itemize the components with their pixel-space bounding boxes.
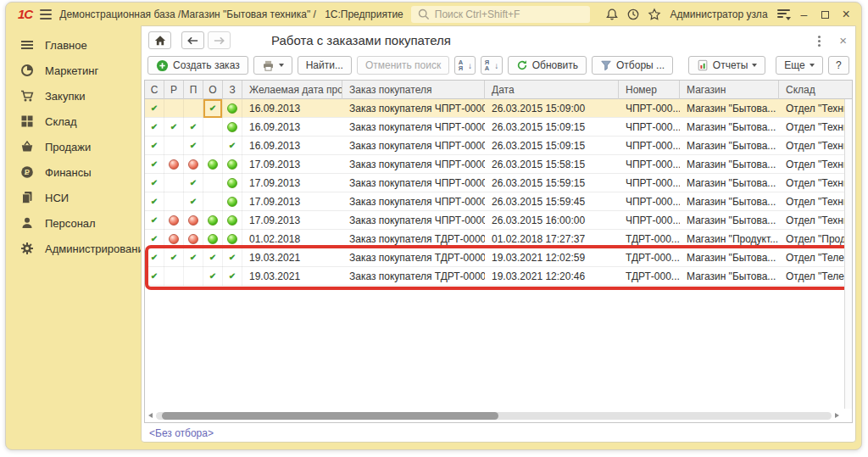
forward-button[interactable] [208, 31, 231, 49]
order-cell[interactable]: Заказ покупателя ЧПРТ-00000... [342, 192, 485, 211]
order-cell[interactable]: Заказ покупателя ТДРТ-000001... [342, 230, 485, 248]
column-header-number[interactable]: Номер [619, 81, 680, 99]
table-row[interactable]: ✔✔✔16.09.2013Заказ покупателя ЧПРТ-00000… [145, 118, 844, 137]
status-cell[interactable]: ✔ [145, 248, 164, 267]
number-cell[interactable]: ТДРТ-000... [619, 248, 680, 267]
warehouse-cell[interactable]: Отдел "Техника д [779, 99, 844, 118]
table-row[interactable]: ✔✔17.09.2013Заказ покупателя ЧПРТ-00000.… [145, 192, 844, 211]
status-cell[interactable] [223, 155, 242, 174]
status-cell[interactable] [223, 99, 242, 118]
status-cell[interactable] [184, 230, 203, 248]
favorites-star-icon[interactable] [648, 7, 661, 21]
shop-cell[interactable]: Магазин "Бытова... [680, 211, 779, 230]
sidebar-item-marketing[interactable]: Маркетинг [6, 58, 141, 83]
status-cell[interactable]: ✔ [145, 192, 164, 211]
sidebar-item-prodazhi[interactable]: Продажи [6, 134, 141, 159]
table-row[interactable]: ✔✔✔16.09.2013Заказ покупателя ЧПРТ-00000… [145, 137, 844, 155]
date-cell[interactable]: 26.03.2015 15:09:00 [485, 99, 619, 118]
shop-cell[interactable]: Магазин "Бытова... [680, 99, 779, 118]
desired-date-cell[interactable]: 17.09.2013 [242, 155, 342, 174]
status-cell[interactable]: ✔ [184, 137, 203, 155]
shop-cell[interactable]: Магазин "Бытова... [680, 155, 779, 174]
shop-cell[interactable]: Магазин "Бытова... [680, 267, 779, 286]
status-cell[interactable]: ✔ [184, 174, 203, 192]
status-cell[interactable]: ✔ [145, 155, 164, 174]
number-cell[interactable]: ЧПРТ-000... [619, 174, 680, 192]
desired-date-cell[interactable]: 16.09.2013 [242, 118, 342, 137]
close-button[interactable]: × [839, 8, 853, 20]
number-cell[interactable]: ТДРТ-000... [619, 230, 680, 248]
table-row[interactable]: ✔✔✔19.03.2021Заказ покупателя ТДРТ-00000… [145, 267, 844, 286]
warehouse-cell[interactable]: Отдел "Техника д [779, 155, 844, 174]
number-cell[interactable]: ЧПРТ-000... [619, 99, 680, 118]
desired-date-cell[interactable]: 16.09.2013 [242, 137, 342, 155]
shop-cell[interactable]: Магазин "Бытова... [680, 174, 779, 192]
column-header-desired-date[interactable]: Желаемая дата продажи [242, 81, 342, 99]
sidebar-item-administrirovanie[interactable]: Администрирование [6, 236, 141, 261]
create-order-button[interactable]: Создать заказ [147, 56, 248, 75]
help-button[interactable]: ? [828, 56, 849, 75]
status-cell[interactable] [203, 174, 223, 192]
status-cell[interactable] [203, 211, 223, 230]
status-cell[interactable]: ✔ [145, 267, 164, 286]
column-header-order[interactable]: Заказ покупателя [342, 81, 485, 99]
minimize-button[interactable]: – [798, 8, 811, 20]
status-cell[interactable] [184, 99, 203, 118]
global-search[interactable] [411, 6, 590, 23]
find-button[interactable]: Найти... [298, 56, 352, 75]
status-cell[interactable] [164, 155, 184, 174]
warehouse-cell[interactable]: Отдел "Техника д [779, 118, 844, 137]
desired-date-cell[interactable]: 17.09.2013 [242, 211, 342, 230]
status-cell[interactable] [223, 230, 242, 248]
status-cell[interactable] [164, 267, 184, 286]
desired-date-cell[interactable]: 19.03.2021 [242, 248, 342, 267]
date-cell[interactable]: 01.02.2018 17:27:37 [485, 230, 619, 248]
status-cell[interactable]: ✔ [145, 230, 164, 248]
order-cell[interactable]: Заказ покупателя ЧПРТ-00000... [342, 174, 485, 192]
status-cell[interactable] [223, 192, 242, 211]
number-cell[interactable]: ЧПРТ-000... [619, 211, 680, 230]
status-cell[interactable]: ✔ [223, 267, 242, 286]
table-row[interactable]: ✔17.09.2013Заказ покупателя ЧПРТ-00000..… [145, 155, 844, 174]
status-cell[interactable]: ✔ [184, 248, 203, 267]
sidebar-item-finansy[interactable]: Р Финансы [6, 159, 141, 185]
warehouse-cell[interactable]: Отдел "Техника д [779, 211, 844, 230]
horizontal-scrollbar-thumb[interactable] [162, 412, 498, 420]
status-cell[interactable]: ✔ [223, 248, 242, 267]
status-cell[interactable] [164, 174, 184, 192]
main-menu-icon[interactable] [40, 7, 52, 22]
warehouse-cell[interactable]: Отдел "Телевизо [779, 267, 844, 286]
status-cell[interactable] [223, 174, 242, 192]
service-menu-icon[interactable] [777, 9, 790, 20]
number-cell[interactable]: ЧПРТ-000... [619, 192, 680, 211]
order-cell[interactable]: Заказ покупателя ЧПРТ-00000... [342, 137, 485, 155]
warehouse-cell[interactable]: Отдел "Телевизо [779, 248, 844, 267]
status-cell[interactable]: ✔ [164, 118, 184, 137]
desired-date-cell[interactable]: 17.09.2013 [242, 192, 342, 211]
search-input[interactable] [435, 8, 584, 20]
status-cell[interactable] [164, 99, 184, 118]
status-cell[interactable] [223, 211, 242, 230]
table-row[interactable]: ✔01.02.2018Заказ покупателя ТДРТ-000001.… [145, 230, 844, 248]
scroll-right-arrow-icon[interactable] [835, 413, 839, 418]
status-cell[interactable] [164, 192, 184, 211]
status-cell[interactable] [203, 230, 223, 248]
status-cell[interactable]: ✔ [145, 99, 164, 118]
form-kebab-menu-icon[interactable] [815, 35, 824, 47]
table-row[interactable]: ✔17.09.2013Заказ покупателя ЧПРТ-00000..… [145, 211, 844, 230]
number-cell[interactable]: ЧПРТ-000... [619, 155, 680, 174]
warehouse-cell[interactable]: Отдел "Техника д [779, 192, 844, 211]
column-header-p[interactable]: П [184, 81, 203, 99]
notifications-bell-icon[interactable] [605, 7, 619, 21]
status-cell[interactable] [164, 230, 184, 248]
shop-cell[interactable]: Магазин "Бытова... [680, 248, 779, 267]
home-button[interactable] [148, 31, 171, 49]
reports-button[interactable]: Отчеты [688, 56, 765, 75]
shop-cell[interactable]: Магазин "Бытова... [680, 192, 779, 211]
sidebar-item-glavnoe[interactable]: Главное [6, 32, 141, 58]
column-header-r[interactable]: Р [164, 81, 184, 99]
vertical-scrollbar[interactable] [844, 99, 852, 409]
order-cell[interactable]: Заказ покупателя ЧПРТ-00000... [342, 99, 485, 118]
number-cell[interactable]: ЧПРТ-000... [619, 118, 680, 137]
desired-date-cell[interactable]: 17.09.2013 [242, 174, 342, 192]
